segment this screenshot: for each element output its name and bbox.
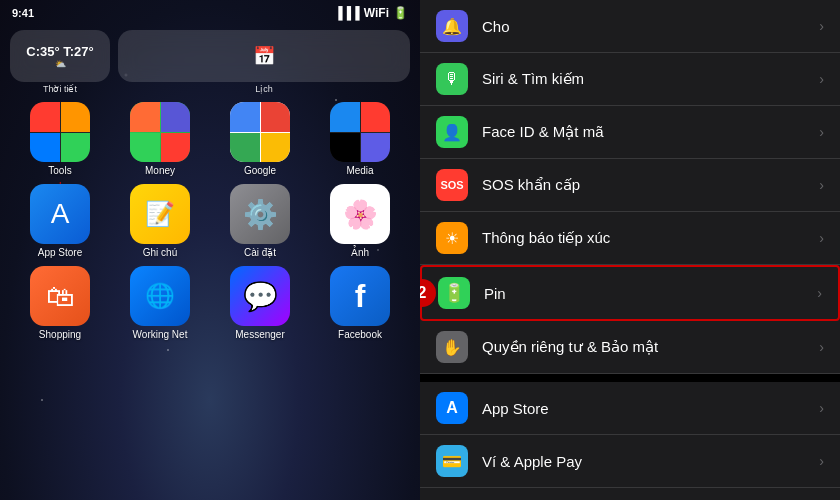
status-time: 9:41 [12, 7, 34, 19]
workingnet-label: Working Net [133, 329, 188, 340]
siri-chevron: › [819, 71, 824, 87]
status-bar: 9:41 ▐▐▐ WiFi 🔋 [0, 0, 420, 26]
notes-icon: 📝 [130, 184, 190, 244]
signal-icon: ▐▐▐ [334, 6, 360, 20]
weather-label: Thời tiết [43, 84, 77, 94]
money-icon [130, 102, 190, 162]
settings-item-cho[interactable]: 🔔 Cho › [420, 0, 840, 53]
privacy-label: Quyền riêng tư & Bảo mật [482, 338, 811, 356]
faceid-label: Face ID & Mật mã [482, 123, 811, 141]
weather-temp: C:35° T:27° [26, 44, 93, 59]
settings-divider [420, 374, 840, 382]
facebook-label: Facebook [338, 329, 382, 340]
tools-icon [30, 102, 90, 162]
calendar-label: Lịch [255, 84, 273, 94]
settings-label: Cài đặt [244, 247, 276, 258]
settings-item-privacy[interactable]: ✋ Quyền riêng tư & Bảo mật › [420, 321, 840, 374]
sos-chevron: › [819, 177, 824, 193]
thongbao-chevron: › [819, 230, 824, 246]
pin-label: Pin [484, 285, 809, 302]
google-label: Google [244, 165, 276, 176]
thongbao-icon: ☀ [436, 222, 468, 254]
app-tools[interactable]: Tools [20, 102, 100, 176]
siri-icon: 🎙 [436, 63, 468, 95]
settings-icon: ⚙️ [230, 184, 290, 244]
app-workingnet[interactable]: 🌐 Working Net [120, 266, 200, 340]
settings-item-sos[interactable]: SOS SOS khẩn cấp › [420, 159, 840, 212]
app-settings[interactable]: ⚙️ Cài đặt [220, 184, 300, 258]
siri-label: Siri & Tìm kiếm [482, 70, 811, 88]
appstore-icon: A [30, 184, 90, 244]
shopping-icon: 🛍 [30, 266, 90, 326]
app-notes[interactable]: 📝 Ghi chú [120, 184, 200, 258]
battery-icon: 🔋 [393, 6, 408, 20]
wifi-icon: WiFi [364, 6, 389, 20]
cho-icon: 🔔 [436, 10, 468, 42]
appstore-chevron: › [819, 400, 824, 416]
sos-icon: SOS [436, 169, 468, 201]
media-icon [330, 102, 390, 162]
apps-row-3: 🛍 Shopping 🌐 Working Net 💬 Messenger [10, 266, 410, 340]
right-panel: 🔔 Cho › 🎙 Siri & Tìm kiếm › 👤 Face ID & … [420, 0, 840, 500]
calendar-widget: 📅 [118, 30, 410, 82]
facebook-icon: f [330, 266, 390, 326]
weather-widget: C:35° T:27° ⛅ [10, 30, 110, 82]
apps-row-2: ↓ A App Store 📝 Ghi chú ⚙️ Cài đặt [10, 184, 410, 258]
left-panel: 9:41 ▐▐▐ WiFi 🔋 C:35° T:27° ⛅ Thời tiết … [0, 0, 420, 500]
thongbao-label: Thông báo tiếp xúc [482, 229, 811, 247]
appstore-label: App Store [38, 247, 82, 258]
messenger-label: Messenger [235, 329, 284, 340]
wallet-icon: 💳 [436, 445, 468, 477]
pin-icon: 🔋 [438, 277, 470, 309]
number-badge-2: 2 [420, 279, 436, 307]
photos-label: Ảnh [351, 247, 369, 258]
app-messenger[interactable]: 💬 Messenger [220, 266, 300, 340]
notes-label: Ghi chú [143, 247, 177, 258]
weather-icon: ⛅ [55, 59, 66, 69]
wallet-chevron: › [819, 453, 824, 469]
app-shopping[interactable]: 🛍 Shopping [20, 266, 100, 340]
settings-list: 🔔 Cho › 🎙 Siri & Tìm kiếm › 👤 Face ID & … [420, 0, 840, 488]
app-money[interactable]: Money [120, 102, 200, 176]
wallet-label: Ví & Apple Pay [482, 453, 811, 470]
app-media[interactable]: Media [320, 102, 400, 176]
appstore-settings-icon: A [436, 392, 468, 424]
workingnet-icon: 🌐 [130, 266, 190, 326]
appstore-settings-label: App Store [482, 400, 811, 417]
settings-item-faceid[interactable]: 👤 Face ID & Mật mã › [420, 106, 840, 159]
photos-icon: 🌸 [330, 184, 390, 244]
app-appstore[interactable]: ↓ A App Store [20, 184, 100, 258]
sos-label: SOS khẩn cấp [482, 176, 811, 194]
messenger-icon: 💬 [230, 266, 290, 326]
settings-item-pin[interactable]: 2 🔋 Pin › [420, 265, 840, 321]
media-label: Media [346, 165, 373, 176]
apps-row-1: Tools Money [10, 102, 410, 176]
settings-item-appstore[interactable]: A App Store › [420, 382, 840, 435]
google-icon [230, 102, 290, 162]
app-photos[interactable]: 🌸 Ảnh [320, 184, 400, 258]
faceid-icon: 👤 [436, 116, 468, 148]
apps-section: Tools Money [0, 94, 420, 340]
app-google[interactable]: Google [220, 102, 300, 176]
shopping-label: Shopping [39, 329, 81, 340]
cho-chevron: › [819, 18, 824, 34]
faceid-chevron: › [819, 124, 824, 140]
privacy-chevron: › [819, 339, 824, 355]
cho-label: Cho [482, 18, 811, 35]
money-label: Money [145, 165, 175, 176]
app-facebook[interactable]: f Facebook [320, 266, 400, 340]
privacy-icon: ✋ [436, 331, 468, 363]
settings-item-thongbao[interactable]: ☀ Thông báo tiếp xúc › [420, 212, 840, 265]
widgets-row: C:35° T:27° ⛅ Thời tiết 📅 Lịch [0, 30, 420, 94]
settings-item-siri[interactable]: 🎙 Siri & Tìm kiếm › [420, 53, 840, 106]
pin-chevron: › [817, 285, 822, 301]
settings-item-wallet[interactable]: 💳 Ví & Apple Pay › [420, 435, 840, 488]
